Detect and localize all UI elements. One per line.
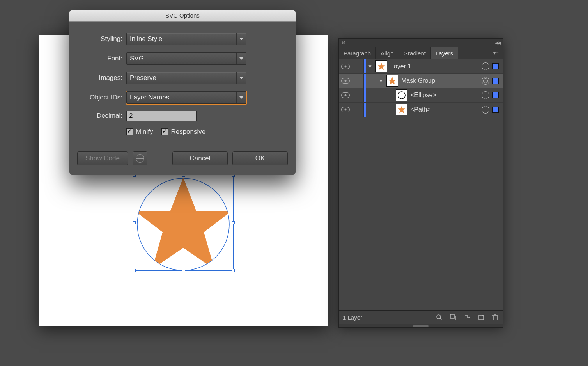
locate-object-icon[interactable] bbox=[436, 314, 443, 321]
globe-icon bbox=[136, 154, 144, 163]
selection-swatch[interactable] bbox=[492, 107, 499, 113]
styling-select[interactable]: Inline Style bbox=[126, 33, 246, 45]
objectids-label: Object IDs: bbox=[80, 94, 126, 101]
eye-icon bbox=[341, 64, 350, 69]
delete-layer-icon[interactable] bbox=[492, 314, 499, 321]
cancel-button[interactable]: Cancel bbox=[172, 151, 228, 165]
layer-color-indicator bbox=[364, 59, 366, 73]
panel-menu-icon[interactable]: ▾≡ bbox=[489, 47, 503, 59]
svg-options-dialog: SVG Options Styling: Inline Style Font: … bbox=[69, 10, 296, 175]
resize-handle[interactable] bbox=[232, 269, 235, 272]
show-code-button[interactable]: Show Code bbox=[77, 151, 128, 165]
images-label: Images: bbox=[80, 74, 126, 82]
tab-align[interactable]: Align bbox=[376, 47, 398, 59]
font-label: Font: bbox=[80, 55, 126, 62]
styling-value: Inline Style bbox=[130, 35, 162, 43]
make-clipping-mask-icon[interactable] bbox=[450, 314, 457, 321]
layer-name: <Ellipse> bbox=[411, 92, 482, 99]
target-icon[interactable] bbox=[482, 106, 489, 114]
svg-point-8 bbox=[437, 315, 441, 319]
layers-panel: ✕ ◀◀ Paragraph Align Gradient Layers ▾≡ … bbox=[338, 38, 503, 328]
panel-resize-grip[interactable] bbox=[339, 324, 503, 327]
font-value: SVG bbox=[130, 55, 144, 62]
selection-swatch[interactable] bbox=[492, 92, 499, 98]
dropdown-arrow-icon bbox=[236, 72, 246, 84]
layer-thumbnail bbox=[375, 60, 387, 72]
visibility-toggle[interactable] bbox=[339, 74, 352, 88]
create-sublayer-icon[interactable] bbox=[464, 314, 471, 321]
responsive-checkbox[interactable]: Responsive bbox=[161, 128, 205, 136]
layer-row-path[interactable]: <Path> bbox=[339, 103, 503, 117]
objectids-select[interactable]: Layer Names bbox=[126, 91, 246, 104]
tab-gradient[interactable]: Gradient bbox=[398, 47, 431, 59]
layer-name: Layer 1 bbox=[390, 63, 482, 70]
target-icon[interactable] bbox=[482, 77, 489, 85]
selection-swatch[interactable] bbox=[492, 78, 499, 84]
minify-checkbox[interactable]: Minify bbox=[126, 128, 153, 136]
target-icon[interactable] bbox=[482, 62, 489, 70]
tab-paragraph[interactable]: Paragraph bbox=[339, 47, 376, 59]
artwork-star-masked bbox=[135, 176, 232, 273]
selection-swatch[interactable] bbox=[492, 63, 499, 69]
layer-list: ▼ Layer 1 ▼ Mask Group bbox=[339, 59, 503, 310]
layer-name: <Path> bbox=[411, 106, 482, 113]
disclosure-triangle-icon[interactable]: ▼ bbox=[379, 78, 385, 84]
responsive-label: Responsive bbox=[171, 128, 205, 136]
panel-footer: 1 Layer bbox=[339, 310, 503, 324]
images-select[interactable]: Preserve bbox=[126, 72, 246, 84]
dropdown-arrow-icon bbox=[236, 33, 246, 45]
visibility-toggle[interactable] bbox=[339, 59, 352, 73]
decimal-input[interactable] bbox=[126, 111, 197, 121]
dropdown-arrow-icon bbox=[236, 53, 246, 64]
svg-marker-3 bbox=[378, 63, 385, 70]
preview-in-browser-button[interactable] bbox=[133, 151, 147, 165]
panel-tabs: Paragraph Align Gradient Layers ▾≡ bbox=[339, 47, 503, 59]
layer-row-layer1[interactable]: ▼ Layer 1 bbox=[339, 59, 503, 74]
font-select[interactable]: SVG bbox=[126, 52, 246, 65]
ok-button[interactable]: OK bbox=[232, 151, 288, 165]
eye-icon bbox=[341, 78, 350, 84]
panel-close-icon[interactable]: ✕ bbox=[341, 40, 346, 46]
panel-collapse-icon[interactable]: ◀◀ bbox=[495, 40, 500, 46]
dropdown-arrow-icon bbox=[236, 92, 246, 103]
styling-label: Styling: bbox=[80, 35, 126, 43]
checkbox-icon bbox=[126, 128, 133, 135]
dialog-title: SVG Options bbox=[69, 10, 296, 22]
lock-toggle[interactable] bbox=[352, 88, 364, 102]
minify-label: Minify bbox=[136, 128, 153, 136]
disclosure-triangle-icon[interactable]: ▼ bbox=[368, 64, 374, 69]
layer-color-indicator bbox=[364, 74, 366, 88]
eye-icon bbox=[341, 107, 350, 112]
layer-color-indicator bbox=[364, 103, 366, 117]
resize-handle[interactable] bbox=[232, 221, 235, 224]
svg-line-9 bbox=[440, 318, 442, 320]
lock-toggle[interactable] bbox=[352, 74, 364, 88]
visibility-toggle[interactable] bbox=[339, 103, 352, 117]
svg-rect-14 bbox=[493, 316, 497, 320]
layer-color-indicator bbox=[364, 88, 366, 102]
target-icon[interactable] bbox=[482, 91, 489, 99]
svg-marker-5 bbox=[388, 77, 396, 85]
layer-thumbnail bbox=[386, 75, 398, 87]
decimal-label: Decimal: bbox=[80, 112, 126, 120]
layer-name: Mask Group bbox=[401, 77, 482, 84]
new-layer-icon[interactable] bbox=[478, 314, 485, 321]
layer-thumbnail bbox=[396, 89, 407, 101]
layer-count-label: 1 Layer bbox=[343, 314, 362, 321]
eye-icon bbox=[341, 92, 350, 98]
images-value: Preserve bbox=[130, 74, 156, 82]
svg-rect-10 bbox=[450, 314, 454, 318]
svg-point-6 bbox=[398, 92, 405, 99]
layer-row-ellipse[interactable]: <Ellipse> bbox=[339, 88, 503, 103]
svg-marker-12 bbox=[469, 316, 470, 318]
lock-toggle[interactable] bbox=[352, 103, 364, 117]
objectids-value: Layer Names bbox=[130, 94, 169, 101]
tab-layers[interactable]: Layers bbox=[431, 47, 458, 59]
layer-row-maskgroup[interactable]: ▼ Mask Group bbox=[339, 74, 503, 88]
visibility-toggle[interactable] bbox=[339, 88, 352, 102]
layer-thumbnail bbox=[396, 104, 407, 115]
svg-rect-11 bbox=[452, 316, 456, 320]
checkbox-icon bbox=[161, 128, 168, 135]
lock-toggle[interactable] bbox=[352, 59, 364, 73]
svg-marker-7 bbox=[398, 106, 405, 113]
